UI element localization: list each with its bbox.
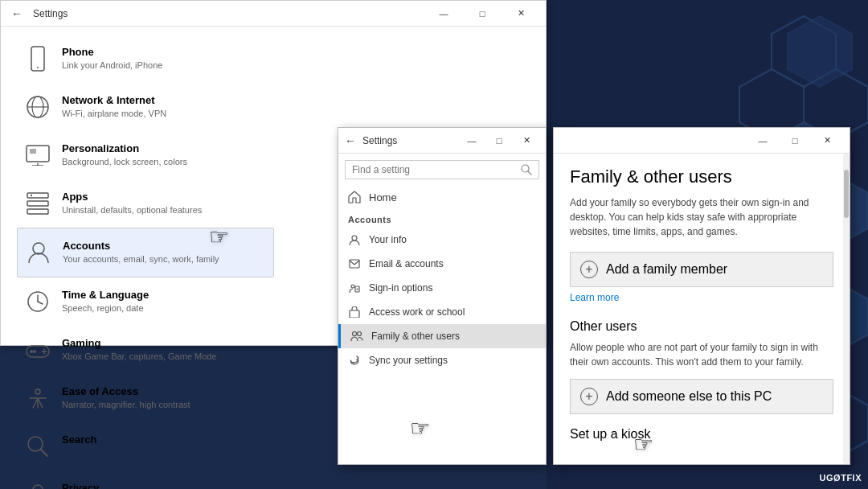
settings-item-apps[interactable]: Apps Uninstall, defaults, optional featu…: [17, 179, 274, 228]
nav-email-accounts[interactable]: Email & accounts: [338, 252, 546, 276]
back-button-1[interactable]: ←: [7, 4, 27, 23]
settings-item-time[interactable]: Time & Language Speech, region, date: [17, 277, 274, 326]
svg-point-26: [33, 243, 44, 254]
svg-rect-43: [350, 260, 359, 268]
accounts-title: Accounts: [63, 240, 219, 252]
ease-title: Ease of Access: [62, 385, 190, 397]
apps-subtitle: Uninstall, defaults, optional features: [62, 204, 202, 216]
scrollbar-thumb: [844, 170, 849, 218]
time-subtitle: Speech, region, date: [62, 302, 149, 314]
maximize-button-2[interactable]: □: [486, 129, 512, 152]
sign-in-icon: [348, 281, 361, 294]
window-controls-3: — □ ✕: [747, 129, 843, 152]
page-title: Family & other users: [570, 166, 833, 187]
maximize-button-3[interactable]: □: [779, 129, 811, 152]
svg-rect-24: [27, 201, 48, 206]
your-info-icon: [348, 233, 361, 246]
close-button-3[interactable]: ✕: [811, 129, 843, 152]
svg-line-37: [41, 450, 47, 456]
apps-text: Apps Uninstall, defaults, optional featu…: [62, 191, 202, 216]
apps-icon: [25, 191, 51, 216]
titlebar-1: ← Settings — □ ✕: [1, 1, 546, 27]
home-label: Home: [369, 191, 397, 203]
svg-point-44: [351, 285, 354, 288]
work-icon: [348, 306, 361, 318]
close-button-1[interactable]: ✕: [502, 1, 539, 27]
settings-window-3: — □ ✕ Family & other users Add your fami…: [553, 127, 850, 465]
plus-icon-2: +: [580, 388, 598, 405]
svg-point-46: [357, 289, 358, 290]
titlebar-2: ← Settings — □ ✕: [338, 128, 546, 154]
home-nav-item[interactable]: Home: [338, 186, 546, 208]
settings-item-search[interactable]: Search: [17, 422, 274, 471]
titlebar-3: — □ ✕: [554, 128, 850, 154]
add-someone-button[interactable]: + Add someone else to this PC: [570, 379, 833, 414]
add-family-member-button[interactable]: + Add a family member: [570, 252, 833, 287]
time-title: Time & Language: [62, 289, 149, 301]
nav-access-work[interactable]: Access work or school: [338, 300, 546, 324]
close-button-2[interactable]: ✕: [514, 129, 539, 152]
minimize-button-1[interactable]: —: [425, 1, 462, 27]
search-icon: [25, 434, 51, 459]
ease-subtitle: Narrator, magnifier, high contrast: [62, 399, 190, 410]
settings-window-2: ← Settings — □ ✕ Home Accounts Your info…: [338, 127, 547, 465]
sync-icon: [348, 354, 361, 367]
search-box[interactable]: [345, 160, 539, 179]
gaming-subtitle: Xbox Game Bar, captures, Game Mode: [62, 351, 217, 362]
svg-point-42: [352, 236, 357, 240]
search-text: Search: [62, 434, 96, 447]
personalization-text: Personalization Background, lock screen,…: [62, 142, 187, 167]
privacy-text: Privacy: [62, 482, 99, 489]
accounts-text: Accounts Your accounts, email, sync, wor…: [63, 240, 219, 265]
nav-sign-in-options[interactable]: Sign-in options: [338, 276, 546, 300]
svg-line-29: [38, 302, 43, 304]
window3-content: Family & other users Add your family so …: [554, 154, 850, 464]
watermark: UGØTFIX: [820, 473, 862, 483]
nav-sync[interactable]: Sync your settings: [338, 348, 546, 372]
svg-rect-25: [27, 209, 48, 214]
svg-point-49: [358, 332, 362, 336]
ease-icon: [25, 385, 51, 411]
scrollbar[interactable]: [843, 154, 850, 464]
settings-item-gaming[interactable]: Gaming Xbox Game Bar, captures, Game Mod…: [17, 326, 274, 374]
family-users-label: Family & other users: [371, 331, 460, 342]
minimize-button-2[interactable]: —: [459, 129, 485, 152]
privacy-icon: [25, 482, 51, 489]
nav-your-info[interactable]: Your info: [338, 228, 546, 252]
settings-item-network[interactable]: Network & Internet Wi-Fi, airplane mode,…: [17, 83, 274, 131]
nav-family-users[interactable]: Family & other users: [338, 324, 546, 348]
settings-item-accounts[interactable]: Accounts Your accounts, email, sync, wor…: [17, 228, 274, 277]
ease-text: Ease of Access Narrator, magnifier, high…: [62, 385, 190, 410]
time-icon: [25, 289, 51, 314]
search-input[interactable]: [352, 164, 516, 175]
maximize-button-1[interactable]: □: [464, 1, 501, 27]
learn-more-link[interactable]: Learn more: [570, 292, 833, 303]
email-icon: [348, 257, 361, 270]
personalization-title: Personalization: [62, 142, 187, 154]
settings-item-privacy[interactable]: Privacy: [17, 471, 274, 489]
minimize-button-3[interactable]: —: [747, 129, 779, 152]
family-icon: [350, 330, 363, 343]
window-controls-2: — □ ✕: [459, 129, 539, 152]
settings-item-phone[interactable]: Phone Link your Android, iPhone: [17, 35, 274, 83]
time-text: Time & Language Speech, region, date: [62, 289, 149, 314]
apps-title: Apps: [62, 191, 202, 203]
settings-item-ease[interactable]: Ease of Access Narrator, magnifier, high…: [17, 374, 274, 422]
email-accounts-label: Email & accounts: [369, 258, 444, 269]
window-title-1: Settings: [33, 8, 425, 19]
other-users-description: Allow people who are not part of your fa…: [570, 340, 833, 369]
svg-point-48: [353, 332, 357, 336]
family-description: Add your family so everybody gets their …: [570, 195, 833, 239]
phone-subtitle: Link your Android, iPhone: [62, 60, 162, 71]
kiosk-title: Set up a kiosk: [570, 427, 833, 442]
back-button-2[interactable]: ←: [345, 134, 356, 147]
search-title: Search: [62, 434, 96, 446]
phone-text: Phone Link your Android, iPhone: [62, 46, 162, 71]
privacy-title: Privacy: [62, 482, 99, 489]
svg-rect-19: [30, 149, 36, 154]
settings-item-personalization[interactable]: Personalization Background, lock screen,…: [17, 131, 274, 179]
add-someone-label: Add someone else to this PC: [606, 389, 772, 404]
search-magnifier-icon: [521, 164, 532, 175]
sign-in-label: Sign-in options: [369, 282, 432, 294]
gaming-text: Gaming Xbox Game Bar, captures, Game Mod…: [62, 337, 217, 362]
